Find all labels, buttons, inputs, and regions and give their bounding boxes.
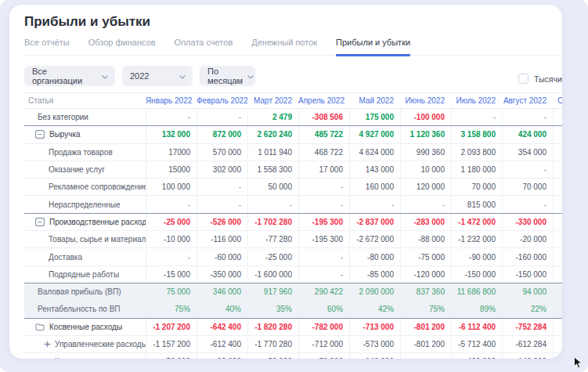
cell-value: 990 360	[400, 144, 451, 161]
year-filter[interactable]: 2022	[122, 66, 193, 86]
cell-value: 2 090 000	[349, 284, 400, 300]
cell-value: -25 000	[247, 248, 298, 265]
cell-value: -150 000	[451, 266, 502, 283]
chevron-down-icon	[243, 71, 254, 81]
row-label-text: Коммерческие расходы	[55, 357, 141, 359]
article-column-header: Статья	[24, 96, 146, 105]
row-label: Валовая прибыль (ВП)	[24, 284, 146, 300]
cell-value: -	[146, 109, 197, 125]
cell-value	[553, 144, 562, 161]
cell-value: -50 000	[146, 353, 197, 359]
cell-value: -	[247, 196, 298, 212]
row-label: Рекламное сопровождение	[24, 179, 146, 195]
tab-4[interactable]: Денежный поток	[251, 38, 317, 55]
cell-value: -150 000	[502, 266, 553, 283]
cell-value: 50 000	[247, 179, 298, 195]
row-label[interactable]: Производственные расходы	[24, 214, 146, 230]
cell-value: 22%	[502, 301, 553, 317]
thousands-label: Тысячи	[534, 74, 562, 84]
table-row: Выручка132 000872 0002 620 240485 7224 9…	[24, 125, 562, 143]
column-header-month: Апрель 2022	[298, 96, 349, 105]
column-header-month: Июль 2022	[451, 96, 502, 105]
plus-icon[interactable]	[44, 358, 51, 359]
tab-5[interactable]: Прибыли и убытки	[336, 38, 410, 56]
cell-value: -120 000	[400, 266, 451, 283]
cell-value: -	[502, 196, 553, 212]
tab-3[interactable]: Оплата счетов	[175, 38, 233, 55]
cell-value	[553, 248, 562, 265]
row-label-text: Нераспределенные	[49, 200, 120, 209]
cell-value	[553, 161, 562, 178]
cell-value: -1 770 280	[247, 336, 298, 352]
cell-value: 4 927 000	[349, 126, 400, 143]
organization-filter[interactable]: Все организации	[24, 66, 115, 86]
thousands-checkbox[interactable]	[518, 74, 528, 84]
cell-value: -140 000	[349, 353, 400, 359]
cell-value	[553, 126, 562, 143]
mouse-cursor	[573, 356, 583, 372]
cell-value: -	[197, 179, 247, 195]
column-header-month: Январь 2022	[146, 96, 197, 105]
cell-value: -77 280	[247, 231, 298, 247]
cell-value: 175 000	[349, 109, 400, 125]
cell-value: 570 000	[197, 144, 247, 161]
cell-value: 60%	[298, 301, 349, 317]
table-row: Управленческие расходы-1 157 200-612 400…	[24, 335, 562, 352]
cell-value: 424 000	[502, 126, 553, 143]
period-filter[interactable]: По месяцам	[200, 66, 255, 86]
profit-loss-table: Статья Январь 2022Февраль 2022Март 2022А…	[24, 92, 562, 359]
row-label[interactable]: Косвенные расходы	[24, 319, 146, 335]
chevron-down-icon	[175, 71, 186, 81]
collapse-icon[interactable]	[35, 130, 45, 139]
table-row: Товары, сырье и материалы-10 000-116 000…	[24, 230, 562, 247]
filters-bar: Все организации2022По месяцам	[24, 66, 255, 86]
cell-value: 17 000	[298, 161, 349, 178]
cell-value: -	[502, 161, 553, 178]
column-header-month: Март 2022	[247, 96, 298, 105]
cell-value: 35%	[247, 301, 298, 317]
cell-value: -160 000	[502, 248, 553, 265]
cell-value: -712 000	[298, 336, 349, 352]
thousands-toggle[interactable]: Тысячи	[518, 74, 562, 84]
cell-value: -	[146, 196, 197, 212]
cell-value	[553, 266, 562, 283]
plus-icon[interactable]	[44, 341, 51, 348]
cell-value: 815 000	[451, 196, 502, 212]
cell-value: 42%	[349, 301, 400, 317]
cell-value: 837 360	[400, 284, 451, 300]
cell-value: 485 722	[298, 126, 349, 143]
tab-2[interactable]: Обзор финансов	[88, 38, 156, 55]
cell-value: 160 000	[349, 179, 400, 195]
cell-value: -75 000	[400, 248, 451, 265]
cell-value: -283 000	[400, 214, 451, 230]
cell-value: -100 000	[400, 109, 451, 125]
cell-value: 302 000	[197, 161, 247, 178]
cell-value: 132 000	[146, 126, 197, 143]
row-label[interactable]: Выручка	[24, 126, 146, 143]
cell-value: 143 000	[349, 161, 400, 178]
row-label-text: Подрядные работы	[49, 270, 119, 279]
cell-value: -	[197, 109, 247, 125]
cell-value	[553, 231, 562, 247]
cell-value: -1 157 200	[146, 336, 197, 352]
cell-value: -642 400	[197, 319, 247, 335]
cell-value: 290 422	[298, 284, 349, 300]
cell-value: 17000	[146, 144, 197, 161]
period-filter-value: По месяцам	[207, 67, 243, 85]
row-label[interactable]: Коммерческие расходы	[24, 353, 146, 359]
cell-value: -330 000	[502, 214, 553, 230]
profit-loss-page: Прибыли и убытки Все отчётыОбзор финансо…	[0, 0, 588, 372]
cell-value: -	[502, 109, 553, 125]
cell-value: -10 000	[146, 231, 197, 247]
cell-value	[553, 179, 562, 195]
cell-value: 346 000	[197, 284, 247, 300]
folder-icon[interactable]	[35, 323, 45, 331]
cell-value: -	[298, 196, 349, 212]
row-label[interactable]: Управленческие расходы	[24, 336, 146, 352]
table-row: Коммерческие расходы-50 000-30 000-50 00…	[24, 352, 562, 359]
tab-1[interactable]: Все отчёты	[24, 38, 70, 55]
row-label: Оказание услуг	[24, 161, 146, 178]
table-row: Косвенные расходы-1 207 200-642 400-1 82…	[24, 318, 562, 335]
collapse-icon[interactable]	[35, 218, 45, 226]
cell-value: -88 000	[400, 231, 451, 247]
